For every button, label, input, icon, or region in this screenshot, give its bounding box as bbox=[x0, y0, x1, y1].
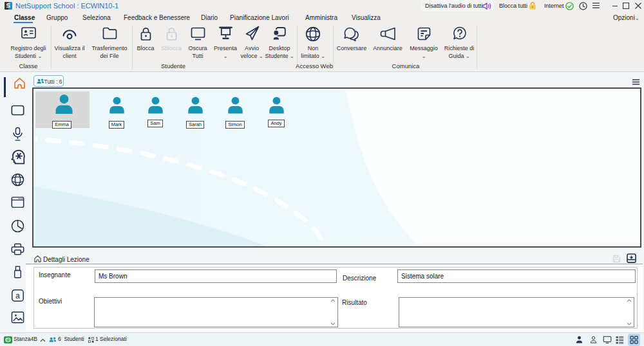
svg-text:a: a bbox=[15, 291, 20, 300]
